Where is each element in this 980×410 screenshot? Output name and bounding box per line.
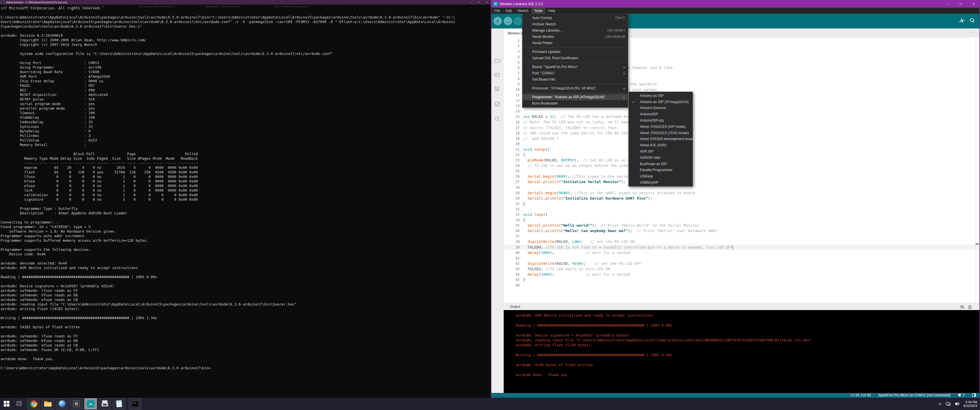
- programmer-option[interactable]: Arduino Gemma: [629, 105, 692, 111]
- boards-manager-icon[interactable]: [494, 71, 501, 78]
- code-line[interactable]: 18// (We could use the same macros for t…: [504, 130, 980, 136]
- code-line[interactable]: 33void loop(): [504, 212, 980, 217]
- speaker-icon[interactable]: [955, 402, 959, 406]
- code-line[interactable]: 41: [504, 256, 980, 261]
- tools-menu-item[interactable]: Port: "COM11"▸: [522, 70, 628, 76]
- ide-close-button[interactable]: ×: [967, 0, 980, 8]
- debug-button[interactable]: ▷: [514, 17, 522, 25]
- taskbar-cmd[interactable]: C:\_: [129, 398, 141, 410]
- programmer-option[interactable]: BusPirate as ISP: [629, 161, 692, 167]
- code-line[interactable]: 46: [504, 283, 980, 288]
- code-line[interactable]: 22{: [504, 152, 980, 157]
- notifications-cell[interactable]: 2: [958, 393, 965, 397]
- programmer-option[interactable]: Atmel-ICE (AVR): [629, 142, 692, 148]
- code-line[interactable]: 23 pinMode(RXLED, OUTPUT); // Set RX LED…: [504, 157, 980, 163]
- programmer-option[interactable]: Arduino as ISP: [629, 92, 692, 99]
- taskbar-file-explorer[interactable]: [41, 398, 54, 410]
- editor-scrollbar[interactable]: [975, 38, 976, 303]
- taskbar-notepad[interactable]: [113, 398, 125, 410]
- debug-icon[interactable]: [494, 100, 501, 107]
- tools-menu-item[interactable]: Upload SSL Root Certificates: [522, 55, 628, 61]
- programmer-option[interactable]: Parallel Programmer: [629, 167, 692, 173]
- upload-button[interactable]: →: [504, 17, 512, 25]
- code-line[interactable]: 25: [504, 168, 980, 174]
- code-line[interactable]: 28: [504, 185, 980, 190]
- code-line[interactable]: 21void setup(): [504, 147, 980, 152]
- code-line[interactable]: 27 Serial.println("Initialize Serial Mon…: [504, 179, 980, 184]
- terminal-close-button[interactable]: ×: [483, 0, 491, 5]
- more-actions-icon[interactable]: ...: [970, 29, 974, 33]
- serial-monitor-icon[interactable]: [969, 17, 975, 24]
- programmer-option[interactable]: USBtinyISP: [629, 180, 692, 186]
- output-console[interactable]: avrdude: AVR device initialized and read…: [504, 310, 980, 393]
- code-line[interactable]: 43 TXLED1; //TX LED macro to turn LED ON: [504, 266, 980, 272]
- code-line[interactable]: 45}: [504, 277, 980, 283]
- menu-help[interactable]: Help: [545, 8, 558, 14]
- terminal-titlebar[interactable]: C:\ Administrator: C:\Windows\System32\c…: [0, 0, 491, 5]
- menu-tools[interactable]: Tools: [531, 8, 545, 14]
- tools-menu-item[interactable]: Burn Bootloader: [522, 100, 628, 106]
- task-view-button[interactable]: [16, 401, 22, 406]
- terminal-output[interactable]: (c) Microsoft Corporation. All rights re…: [0, 6, 455, 370]
- programmer-option[interactable]: AVR ISP: [629, 148, 692, 154]
- code-line[interactable]: 39 TXLED0; //TX LED is not tied to a nor…: [504, 245, 980, 250]
- code-line[interactable]: 34{: [504, 217, 980, 222]
- ide-maximize-button[interactable]: □: [955, 0, 967, 8]
- code-line[interactable]: 35 Serial.println("Hello world!"); // Pr…: [504, 222, 980, 228]
- clear-output-icon[interactable]: [960, 305, 964, 309]
- code-line[interactable]: 32: [504, 207, 980, 212]
- taskbar-chip-app[interactable]: [70, 398, 83, 410]
- ide-titlebar[interactable]: ∞ Blinkies | Arduino IDE 2.3.2 – □ ×: [491, 0, 980, 8]
- code-line[interactable]: 44 delay(1000); // wait for a second: [504, 272, 980, 277]
- search-icon[interactable]: [494, 116, 501, 122]
- terminal-maximize-button[interactable]: □: [475, 0, 483, 5]
- menu-sketch[interactable]: Sketch: [515, 8, 531, 14]
- library-manager-icon[interactable]: [494, 86, 501, 92]
- programmer-option[interactable]: USBasp: [629, 173, 692, 180]
- tools-menu-item[interactable]: Manage Libraries...Ctrl+Shift+I: [522, 27, 628, 33]
- taskbar-globe-browser[interactable]: [56, 398, 68, 410]
- tools-menu-item[interactable]: Get Board Info: [522, 76, 628, 83]
- sketchbook-folder-icon[interactable]: [494, 57, 501, 64]
- programmer-option[interactable]: Atmel JTAGICE3 (ISP mode): [629, 124, 692, 130]
- tools-menu-item[interactable]: Serial MonitorCtrl+Shift+M: [522, 33, 628, 40]
- tools-menu-item[interactable]: Serial Plotter: [522, 40, 628, 46]
- programmer-option[interactable]: Atmel STK500 development board: [629, 136, 692, 142]
- programmer-option[interactable]: ArduinoISP.org: [629, 117, 692, 124]
- code-line[interactable]: 24 // TX LED is set as an output behind …: [504, 163, 980, 168]
- programmer-option[interactable]: ✓Arduino as ISP (ATmega32U4): [629, 99, 692, 105]
- menu-file[interactable]: File: [492, 8, 503, 14]
- toggle-panel-icon[interactable]: [972, 393, 976, 397]
- terminal-minimize-button[interactable]: –: [467, 0, 475, 5]
- code-line[interactable]: 36 Serial1.println("Hello! Can anybody h…: [504, 228, 980, 234]
- programmer-option[interactable]: ArduinoISP: [629, 111, 692, 117]
- taskbar-chrome[interactable]: [27, 398, 40, 410]
- tray-chevron-icon[interactable]: [938, 403, 942, 405]
- tools-menu-item[interactable]: Auto FormatCtrl+T: [522, 15, 628, 21]
- start-button[interactable]: [4, 401, 10, 407]
- code-line[interactable]: 26 Serial.begin(9600); //This pipes to t…: [504, 174, 980, 179]
- code-line[interactable]: 37: [504, 234, 980, 239]
- tools-menu-item[interactable]: Programmer: "Arduino as ISP (ATmega32U4)…: [522, 94, 628, 100]
- tools-menu-item[interactable]: Processor: "ATmega32U4 (5V, 16 MHz)"▸: [522, 85, 628, 91]
- tools-menu-item[interactable]: Archive Sketch: [522, 21, 628, 27]
- code-line[interactable]: 42 digitalWrite(RXLED, HIGH); // set the…: [504, 261, 980, 266]
- code-line[interactable]: 20: [504, 141, 980, 147]
- taskbar-clock[interactable]: 6:04 PM 6/11/2024: [964, 400, 977, 408]
- code-line[interactable]: 16// Note: The TX LED was not so lucky, …: [504, 119, 980, 125]
- code-line[interactable]: 31}: [504, 201, 980, 207]
- code-line[interactable]: 19// and RXLED0.): [504, 136, 980, 141]
- tools-menu-item[interactable]: Firmware Updater: [522, 49, 628, 55]
- code-line[interactable]: 29 Serial1.begin(9600); //This is the UA…: [504, 190, 980, 195]
- taskbar-arduino-ide[interactable]: ∞: [84, 398, 97, 410]
- code-line[interactable]: 40 delay(1000); // wait for a second: [504, 250, 980, 256]
- verify-button[interactable]: ✓: [493, 17, 502, 25]
- serial-plotter-icon[interactable]: [959, 17, 965, 24]
- taskbar-printer-app[interactable]: [99, 398, 111, 410]
- tools-menu-item[interactable]: Board: "SparkFun Pro Micro"▸: [522, 64, 628, 70]
- code-line[interactable]: 15int RXLED = 17; // The RX LED has a de…: [504, 114, 980, 119]
- code-line[interactable]: 14: [504, 108, 980, 114]
- network-icon[interactable]: [945, 402, 951, 406]
- menu-edit[interactable]: Edit: [503, 8, 515, 14]
- programmer-option[interactable]: Atmel JTAGICE3 (JTAG mode): [629, 130, 692, 136]
